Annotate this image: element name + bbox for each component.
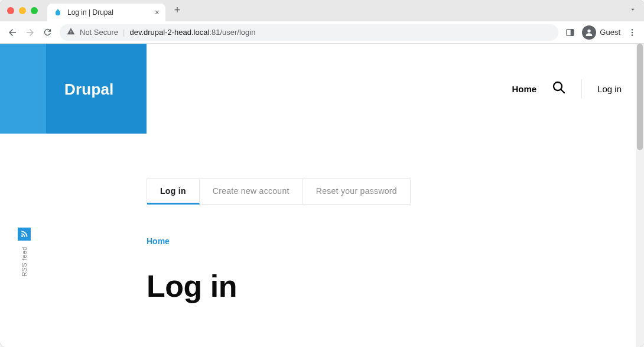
svg-point-4: [632, 31, 633, 33]
close-window-button[interactable]: [7, 7, 14, 14]
header-accent-left: [0, 44, 46, 134]
svg-point-2: [588, 29, 591, 32]
site-header: Drupal Home Log in: [0, 44, 644, 134]
reload-button[interactable]: [43, 27, 53, 37]
svg-point-8: [21, 235, 23, 237]
primary-nav: Home Log in: [512, 44, 622, 134]
svg-point-3: [632, 29, 633, 31]
close-tab-icon[interactable]: ×: [155, 8, 160, 17]
rss-icon: [18, 228, 31, 241]
minimize-window-button[interactable]: [19, 7, 26, 14]
profile-label: Guest: [600, 28, 620, 37]
tab-login[interactable]: Log in: [147, 179, 200, 205]
nav-divider: [581, 79, 582, 98]
titlebar: Log in | Drupal × +: [0, 0, 644, 21]
browser-window: Log in | Drupal × + Not Secure | dev.dru…: [0, 0, 644, 347]
new-tab-button[interactable]: +: [171, 4, 183, 17]
rss-label: RSS feed: [21, 247, 28, 277]
browser-toolbar: Not Secure | dev.drupal-2-head.local:81/…: [0, 21, 644, 44]
profile-button[interactable]: Guest: [582, 25, 620, 40]
svg-rect-1: [571, 29, 574, 35]
browser-tab[interactable]: Log in | Drupal ×: [47, 4, 165, 21]
tab-title: Log in | Drupal: [67, 8, 113, 17]
panel-icon[interactable]: [565, 28, 575, 37]
tab-create-account[interactable]: Create new account: [200, 179, 303, 204]
forward-button[interactable]: [25, 27, 35, 38]
kebab-menu-icon[interactable]: [627, 28, 637, 37]
avatar-icon: [582, 25, 596, 40]
address-bar[interactable]: Not Secure | dev.drupal-2-head.local:81/…: [60, 24, 558, 41]
site-name[interactable]: Drupal: [64, 80, 114, 99]
maximize-window-button[interactable]: [31, 7, 38, 14]
tab-reset-password[interactable]: Reset your password: [303, 179, 410, 204]
page-viewport: Drupal Home Log in RSS feed Log in Creat…: [0, 44, 644, 347]
nav-login[interactable]: Log in: [597, 84, 622, 94]
local-tasks-tabs: Log in Create new account Reset your pas…: [147, 179, 411, 205]
window-controls: [7, 7, 38, 14]
breadcrumb-home[interactable]: Home: [147, 236, 170, 246]
breadcrumb: Home: [147, 236, 170, 246]
svg-line-7: [561, 90, 565, 93]
chevron-down-icon[interactable]: [629, 5, 637, 16]
search-icon[interactable]: [552, 80, 566, 97]
security-label: Not Secure: [80, 28, 118, 37]
rss-widget[interactable]: RSS feed: [18, 228, 31, 277]
page-title: Log in: [147, 268, 237, 304]
toolbar-right: Guest: [565, 25, 637, 40]
url-text: dev.drupal-2-head.local:81/user/login: [129, 28, 255, 37]
back-button[interactable]: [7, 27, 18, 38]
svg-point-5: [632, 34, 633, 36]
drupal-favicon: [53, 8, 63, 17]
nav-home[interactable]: Home: [512, 84, 536, 94]
insecure-icon: [67, 27, 75, 37]
